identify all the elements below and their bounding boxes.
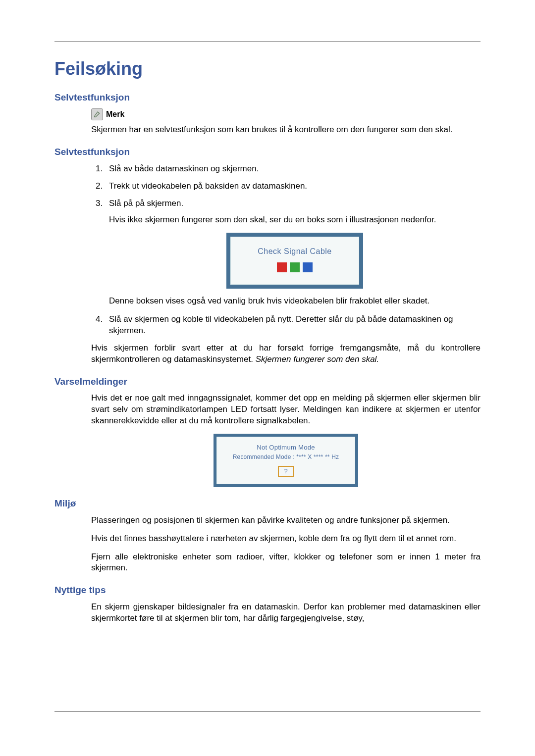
page-title: Feilsøking [54, 57, 481, 81]
top-rule [54, 42, 481, 42]
paragraph: Skjermen har en selvtestfunksjon som kan… [91, 124, 481, 136]
osd-check-signal-box: Check Signal Cable [226, 233, 363, 289]
paragraph: Hvis det er noe galt med inngagnssignale… [91, 393, 481, 427]
paragraph: En skjerm gjenskaper bildesignaler fra e… [91, 602, 481, 624]
section-body: Slå av både datamaskinen og skjermen. Tr… [91, 163, 481, 365]
section-body: En skjerm gjenskaper bildesignaler fra e… [91, 602, 481, 624]
paragraph: Hvis ikke skjermen fungerer som den skal… [109, 214, 481, 226]
green-square-icon [290, 262, 300, 272]
section-body: Plasseringen og posisjonen til skjermen … [91, 515, 481, 574]
section-heading-nyttige-tips: Nyttige tips [54, 584, 481, 597]
red-square-icon [277, 262, 287, 272]
osd-inner: Check Signal Cable [230, 237, 359, 285]
note-icon [91, 108, 103, 120]
section-heading-selvtest-1: Selvtestfunksjon [54, 91, 481, 104]
osd-line2: Recommended Mode : **** X **** ** Hz [221, 453, 351, 461]
section-body: Merk Skjermen har en selvtestfunksjon so… [91, 108, 481, 136]
step-text: Trekk ut videokabelen på baksiden av dat… [109, 181, 307, 191]
blue-square-icon [303, 262, 313, 272]
paragraph: Plasseringen og posisjonen til skjermen … [91, 515, 481, 526]
osd-line1: Not Optimum Mode [221, 443, 351, 452]
step-text: Slå av skjermen og koble til videokabele… [109, 314, 453, 335]
note-label: Merk [106, 109, 124, 120]
osd-check-label: Check Signal Cable [235, 246, 355, 257]
osd-inner: Not Optimum Mode Recommended Mode : ****… [216, 437, 355, 484]
document-page: Feilsøking Selvtestfunksjon Merk Skjerme… [0, 0, 535, 756]
steps-list: Slå av både datamaskinen og skjermen. Tr… [91, 163, 481, 337]
list-item: Slå på på skjermen. Hvis ikke skjermen f… [105, 198, 481, 307]
osd-question-icon: ? [278, 466, 294, 477]
step-text: Slå på på skjermen. [109, 199, 183, 208]
osd-not-optimum-box: Not Optimum Mode Recommended Mode : ****… [214, 434, 358, 487]
section-heading-miljo: Miljø [54, 497, 481, 510]
section-body: Hvis det er noe galt med inngagnssignale… [91, 393, 481, 487]
step-text: Slå av både datamaskinen og skjermen. [109, 164, 259, 173]
note-row: Merk [91, 108, 481, 120]
italic-text: Skjermen fungerer som den skal. [256, 354, 379, 364]
paragraph: Denne boksen vises også ved vanlig bruk … [109, 296, 481, 307]
section-heading-varselmeldinger: Varselmeldinger [54, 375, 481, 388]
list-item: Trekk ut videokabelen på baksiden av dat… [105, 181, 481, 192]
paragraph: Hvis det finnes basshøyttalere i nærhete… [91, 533, 481, 545]
color-squares [235, 262, 355, 272]
bottom-rule [54, 711, 481, 711]
list-item: Slå av både datamaskinen og skjermen. [105, 163, 481, 175]
list-item: Slå av skjermen og koble til videokabele… [105, 314, 481, 337]
section-heading-selvtest-2: Selvtestfunksjon [54, 146, 481, 158]
paragraph: Fjern alle elektroniske enheter som radi… [91, 552, 481, 574]
paragraph: Hvis skjermen forblir svart etter at du … [91, 343, 481, 365]
